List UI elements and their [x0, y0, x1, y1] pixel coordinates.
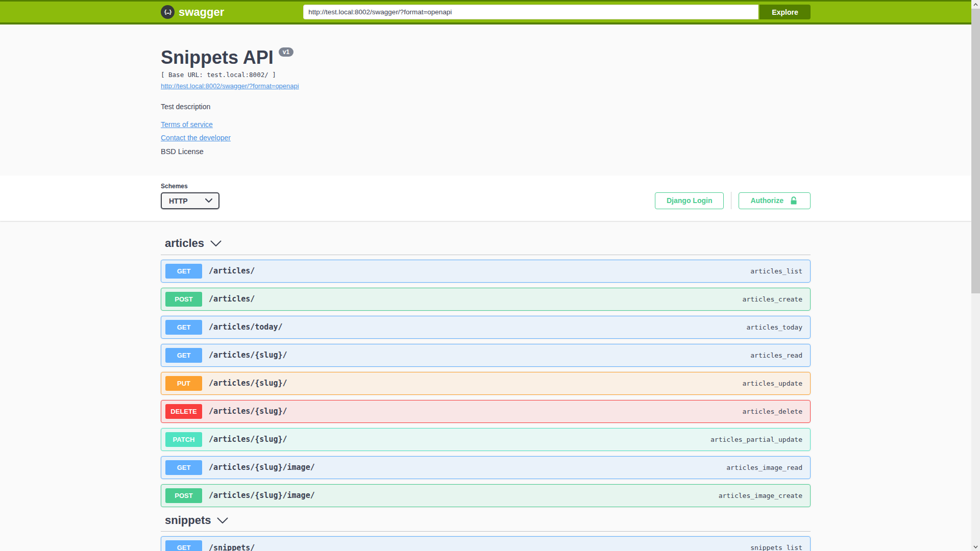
operations-area: articles GET /articles/ articles_list PO…	[161, 236, 811, 551]
topbar: {…} swagger Explore	[0, 0, 971, 24]
method-badge: POST	[165, 488, 202, 503]
operations-list: GET /snippets/ snippets_list	[161, 536, 811, 551]
schemes-block: Schemes HTTP	[161, 183, 219, 209]
method-badge: GET	[165, 320, 202, 335]
swagger-ui-page: {…} swagger Explore Snippets API v1 [ Ba…	[0, 0, 971, 551]
operation-path: /articles/	[209, 294, 255, 304]
api-description: Test description	[161, 103, 811, 111]
operation-path: /articles/{slug}/	[209, 379, 287, 388]
operation-path: /articles/{slug}/	[209, 435, 287, 444]
operation-id: articles_update	[743, 380, 806, 387]
section-heading[interactable]: articles	[161, 236, 811, 251]
operation-id: articles_image_create	[719, 492, 806, 499]
operation-path: /articles/{slug}/	[209, 350, 287, 360]
operation-id: articles_list	[750, 267, 806, 275]
method-badge: GET	[165, 348, 202, 363]
operation-path: /snippets/	[209, 543, 255, 551]
operation-path: /articles/{slug}/image/	[209, 491, 315, 500]
scrollbar-up-arrow-icon[interactable]	[971, 0, 980, 9]
scrollbar-down-arrow-icon[interactable]	[971, 542, 980, 551]
api-section: articles GET /articles/ articles_list PO…	[161, 236, 811, 507]
contact-developer-link[interactable]: Contact the developer	[161, 134, 231, 142]
section-divider	[161, 531, 811, 532]
page-title: Snippets API v1	[161, 46, 811, 68]
api-section: snippets GET /snippets/ snippets_list	[161, 513, 811, 551]
operation-row[interactable]: DELETE /articles/{slug}/ articles_delete	[161, 400, 811, 423]
section-name: snippets	[165, 513, 211, 528]
operation-row[interactable]: GET /snippets/ snippets_list	[161, 536, 811, 551]
operation-row[interactable]: GET /articles/ articles_list	[161, 260, 811, 283]
chevron-down-icon	[205, 198, 212, 203]
auth-divider	[731, 192, 731, 209]
api-info: Snippets API v1 [ Base URL: test.local:8…	[161, 24, 811, 176]
terms-of-service-link[interactable]: Terms of service	[161, 120, 213, 129]
operation-row[interactable]: GET /articles/{slug}/image/ articles_ima…	[161, 456, 811, 479]
operation-id: articles_partial_update	[710, 436, 806, 443]
method-badge: PUT	[165, 376, 202, 391]
version-badge: v1	[279, 47, 293, 57]
license-text: BSD License	[161, 147, 811, 156]
operation-row[interactable]: GET /articles/{slug}/ articles_read	[161, 344, 811, 367]
operation-id: articles_image_read	[726, 464, 806, 471]
authorize-label: Authorize	[750, 196, 783, 205]
auth-wrapper: Django Login Authorize	[655, 192, 811, 209]
operations-list: GET /articles/ articles_list POST /artic…	[161, 260, 811, 507]
scheme-select[interactable]: HTTP	[161, 192, 219, 209]
method-badge: DELETE	[165, 404, 202, 419]
scheme-selected-value: HTTP	[169, 197, 188, 205]
method-badge: POST	[165, 292, 202, 307]
swagger-logo-icon: {…}	[161, 5, 175, 19]
operation-id: articles_read	[750, 352, 806, 359]
brand-name: swagger	[179, 6, 224, 19]
operation-path: /articles/	[209, 266, 255, 276]
method-badge: GET	[165, 264, 202, 279]
operation-row[interactable]: PATCH /articles/{slug}/ articles_partial…	[161, 428, 811, 451]
scrollbar-thumb[interactable]	[971, 9, 980, 293]
operation-id: snippets_list	[750, 544, 806, 551]
section-name: articles	[165, 236, 204, 251]
section-heading[interactable]: snippets	[161, 513, 811, 528]
operation-path: /articles/{slug}/image/	[209, 463, 315, 472]
method-badge: GET	[165, 540, 202, 551]
scheme-container: Schemes HTTP Django Login Authorize	[0, 176, 971, 221]
operation-id: articles_delete	[743, 408, 806, 415]
spec-link[interactable]: http://test.local:8002/swagger/?format=o…	[161, 82, 299, 90]
swagger-brand-link[interactable]: {…} swagger	[161, 5, 224, 19]
operation-path: /articles/{slug}/	[209, 407, 287, 416]
django-login-button[interactable]: Django Login	[655, 192, 724, 209]
method-badge: GET	[165, 460, 202, 475]
operation-id: articles_today	[746, 323, 806, 331]
operation-row[interactable]: POST /articles/ articles_create	[161, 288, 811, 311]
section-divider	[161, 255, 811, 255]
main-content: Snippets API v1 [ Base URL: test.local:8…	[0, 24, 971, 551]
operation-row[interactable]: PUT /articles/{slug}/ articles_update	[161, 372, 811, 395]
unlock-icon	[789, 195, 799, 206]
chevron-down-icon	[217, 517, 228, 524]
authorize-button[interactable]: Authorize	[739, 192, 811, 209]
explore-button[interactable]: Explore	[760, 5, 811, 19]
operation-path: /articles/today/	[209, 322, 283, 332]
spec-url-input[interactable]	[303, 5, 758, 19]
api-title-text: Snippets API	[161, 46, 274, 68]
vertical-scrollbar[interactable]	[971, 0, 980, 551]
method-badge: PATCH	[165, 432, 202, 447]
download-url-form: Explore	[303, 5, 811, 19]
operation-row[interactable]: POST /articles/{slug}/image/ articles_im…	[161, 484, 811, 507]
chevron-down-icon	[210, 240, 222, 247]
schemes-label: Schemes	[161, 183, 219, 190]
base-url: [ Base URL: test.local:8002/ ]	[161, 71, 811, 79]
operation-id: articles_create	[743, 295, 806, 303]
operation-row[interactable]: GET /articles/today/ articles_today	[161, 316, 811, 339]
